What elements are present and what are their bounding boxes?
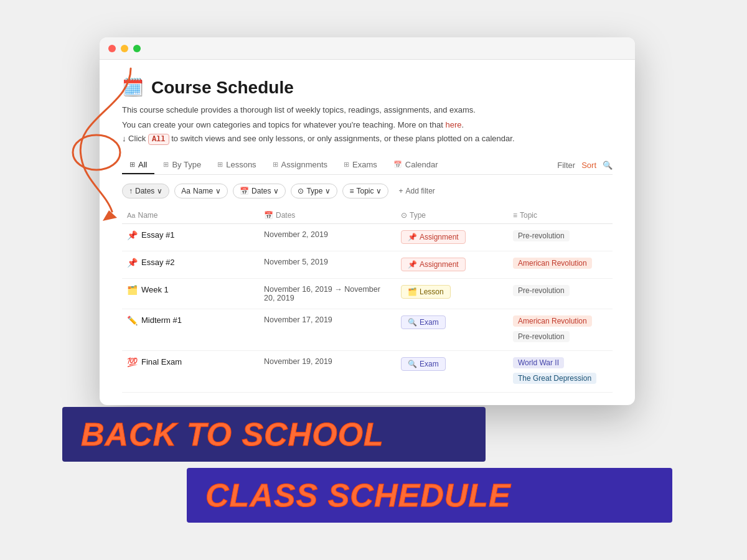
cs-banner: CLASS SCHEDULE (187, 468, 672, 523)
maximize-button[interactable] (133, 45, 141, 52)
topic-filter-chip[interactable]: ≡ Topic ∨ (342, 184, 388, 198)
here-link[interactable]: here (445, 120, 461, 129)
dates-filter-chip[interactable]: 📅 Dates ∨ (233, 184, 286, 198)
click-hint: ↓ Click All to switch views and see only… (122, 134, 613, 145)
tab-lessons[interactable]: ⊞ Lessons (210, 156, 263, 174)
dates-sort-chip[interactable]: ↑ Dates ∨ (122, 184, 169, 198)
chevron-down-icon: ∨ (157, 187, 162, 195)
pencil-icon: ✏️ (127, 315, 138, 325)
table-row[interactable]: ✏️ Midterm #1 November 17, 2019 🔍 Exam A… (122, 309, 613, 351)
topic-filter-label: Topic (356, 187, 374, 195)
minimize-button[interactable] (121, 45, 128, 52)
page-title: Course Schedule (151, 78, 294, 98)
row5-date: November 19, 2019 (259, 357, 396, 366)
row2-name: 📌 Essay #2 (122, 258, 259, 268)
badge-icon-5: 🔍 (408, 360, 417, 368)
row1-date: November 2, 2019 (259, 230, 396, 239)
titlebar (100, 37, 635, 60)
row1-topics: Pre-revolution (508, 230, 613, 243)
row5-name: 💯 Final Exam (122, 357, 259, 367)
page-header: 🗓️ Course Schedule (122, 77, 613, 98)
table-row[interactable]: 📌 Essay #1 November 2, 2019 📌 Assignment… (122, 224, 613, 251)
tab-exams[interactable]: ⊞ Exams (336, 156, 385, 174)
add-filter-label: Add filter (405, 187, 435, 195)
page-icon: 🗓️ (122, 77, 144, 98)
exam-badge: 🔍 Exam (401, 315, 446, 329)
tab-all[interactable]: ⊞ All (122, 156, 154, 174)
row4-topics: American Revolution Pre-revolution (508, 315, 613, 344)
topic-badge-3: Pre-revolution (513, 285, 570, 296)
calendar-icon: 📅 (393, 161, 402, 169)
add-filter-button[interactable]: + Add filter (393, 184, 439, 198)
topic-icon: ≡ (349, 187, 354, 195)
name-filter-chip[interactable]: Aa Name ∨ (174, 184, 228, 198)
all-badge[interactable]: All (148, 134, 169, 145)
row1-name: 📌 Essay #1 (122, 230, 259, 240)
tab-assignments[interactable]: ⊞ Assignments (265, 156, 335, 174)
pin-icon-2: 📌 (127, 258, 138, 268)
assignment-badge-2: 📌 Assignment (401, 258, 466, 271)
tab-calendar-label: Calendar (405, 160, 438, 169)
topic-badge-6: World War II (513, 357, 564, 368)
banners-area: BACK TO SCHOOL CLASS SCHEDULE (62, 407, 710, 523)
col-header-type: ⊙ Type (396, 211, 508, 220)
data-table: Aa Name 📅 Dates ⊙ Type ≡ Topic (122, 207, 613, 393)
tab-all-label: All (138, 160, 147, 169)
type-filter-chip[interactable]: ⊙ Type ∨ (291, 184, 337, 198)
table-icon-3: ⊞ (217, 161, 223, 169)
name-filter-prefix: Aa (181, 187, 190, 195)
app-window: 🗓️ Course Schedule This course schedule … (100, 37, 635, 405)
tab-calendar[interactable]: 📅 Calendar (386, 156, 446, 174)
topic-badge-5: Pre-revolution (513, 331, 570, 342)
type-col-icon: ⊙ (401, 211, 407, 220)
chevron-down-icon-2: ∨ (215, 187, 221, 195)
row3-name: 🗂️ Week 1 (122, 285, 259, 295)
badge-icon-2: 📌 (408, 260, 417, 269)
table-icon-5: ⊞ (344, 161, 349, 169)
badge-icon-3: 🗂️ (408, 287, 417, 296)
col-header-dates: 📅 Dates (259, 211, 396, 220)
table-header-row: Aa Name 📅 Dates ⊙ Type ≡ Topic (122, 207, 613, 224)
close-button[interactable] (108, 45, 116, 52)
row2-topics: American Revolution (508, 258, 613, 271)
table-icon: ⊞ (129, 161, 135, 169)
filter-button[interactable]: Filter (557, 161, 575, 170)
table-row[interactable]: 📌 Essay #2 November 5, 2019 📌 Assignment… (122, 251, 613, 279)
row4-name: ✏️ Midterm #1 (122, 315, 259, 325)
row4-date: November 17, 2019 (259, 315, 396, 324)
sort-button[interactable]: Sort (581, 161, 596, 170)
exam-badge-2: 🔍 Exam (401, 357, 446, 371)
topic-badge-2: American Revolution (513, 258, 592, 269)
topic-badge-7: The Great Depression (513, 373, 596, 384)
assignment-badge: 📌 Assignment (401, 230, 466, 244)
chevron-down-icon-5: ∨ (376, 187, 382, 195)
desc-line2: You can create your own categories and t… (122, 119, 613, 132)
pin-icon: 📌 (127, 230, 138, 240)
tab-lessons-label: Lessons (226, 160, 256, 169)
chevron-down-icon-3: ∨ (273, 187, 279, 195)
type-icon: ⊙ (298, 187, 304, 195)
table-row[interactable]: 💯 Final Exam November 19, 2019 🔍 Exam Wo… (122, 351, 613, 393)
topic-col-icon: ≡ (513, 211, 517, 220)
row1-type: 📌 Assignment (396, 230, 508, 244)
tab-exams-label: Exams (352, 160, 377, 169)
table-icon-4: ⊞ (273, 161, 278, 169)
tab-by-type-label: By Type (172, 160, 201, 169)
lesson-badge: 🗂️ Lesson (401, 285, 451, 299)
type-col-label: Type (410, 211, 426, 220)
row3-date: November 16, 2019 → November 20, 2019 (259, 285, 396, 302)
row3-type: 🗂️ Lesson (396, 285, 508, 299)
topic-col-label: Topic (520, 211, 537, 220)
desc-line1: This course schedule provides a thorough… (122, 104, 613, 117)
tab-by-type[interactable]: ⊞ By Type (156, 156, 209, 174)
tab-bar: ⊞ All ⊞ By Type ⊞ Lessons ⊞ Assignments … (122, 156, 613, 175)
search-icon[interactable]: 🔍 (603, 161, 613, 170)
row3-topics: Pre-revolution (508, 285, 613, 298)
table-row[interactable]: 🗂️ Week 1 November 16, 2019 → November 2… (122, 279, 613, 309)
filter-bar: ↑ Dates ∨ Aa Name ∨ 📅 Dates ∨ ⊙ Type ∨ ≡ (122, 184, 613, 198)
calendar-icon-2: 📅 (240, 187, 249, 195)
col-header-name: Aa Name (122, 211, 259, 220)
folder-icon: 🗂️ (127, 285, 138, 295)
topic-badge-4: American Revolution (513, 315, 592, 327)
plus-icon: + (398, 187, 403, 195)
